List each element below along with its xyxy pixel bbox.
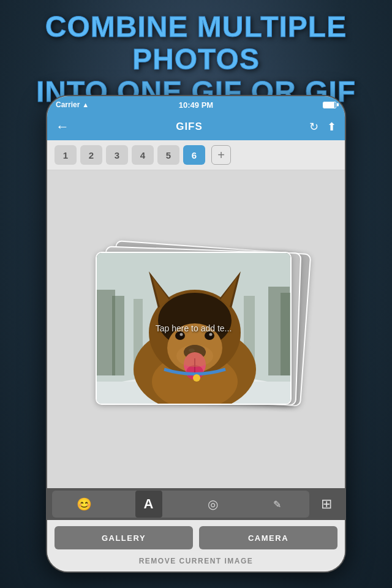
battery-icon — [323, 102, 336, 108]
import-button[interactable]: ⊞ — [313, 491, 340, 518]
draw-icon: ✎ — [273, 499, 281, 510]
svg-rect-4 — [281, 293, 292, 375]
dog-photo-svg — [97, 253, 292, 405]
wifi-icon: ▲ — [82, 101, 89, 108]
text-tool-button[interactable]: A — [135, 491, 162, 518]
svg-point-20 — [180, 333, 183, 336]
nav-bar: ← GIFS ↻ ⬆ — [47, 113, 345, 140]
remove-current-image[interactable]: REMOVE CURRENT IMAGE — [47, 553, 345, 571]
time-label: 10:49 PM — [179, 100, 213, 110]
tab-2[interactable]: 2 — [80, 145, 102, 165]
banner-line1: COMBINE MULTIPLE PHOTOS — [45, 10, 347, 75]
toolbar: 😊 A ◎ ✎ ⊞ — [47, 488, 345, 520]
tab-6[interactable]: 6 — [183, 145, 205, 165]
svg-point-28 — [176, 345, 213, 367]
svg-point-21 — [209, 333, 213, 336]
tab-3[interactable]: 3 — [106, 145, 128, 165]
svg-point-18 — [175, 331, 185, 340]
image-section: Tap here to add te... — [47, 170, 345, 488]
card-front[interactable]: Tap here to add te... — [96, 252, 292, 405]
svg-rect-2 — [112, 296, 124, 375]
share-icon[interactable]: ⬆ — [327, 120, 336, 134]
tab-1[interactable]: 1 — [55, 145, 77, 165]
camera-button[interactable]: CAMERA — [199, 526, 337, 549]
frame-tabs: 1 2 3 4 5 6 + — [47, 140, 345, 170]
svg-point-27 — [193, 374, 200, 382]
import-icon: ⊞ — [321, 496, 332, 512]
crop-icon: ◎ — [208, 497, 218, 511]
crop-tool-button[interactable]: ◎ — [200, 491, 227, 518]
svg-point-19 — [205, 331, 214, 340]
status-bar: Carrier ▲ 10:49 PM — [47, 96, 345, 113]
emoji-icon: 😊 — [77, 497, 92, 511]
back-button[interactable]: ← — [56, 119, 69, 135]
nav-title: GIFS — [176, 121, 203, 133]
bottom-buttons: GALLERY CAMERA — [47, 520, 345, 553]
emoji-tool-button[interactable]: 😊 — [71, 491, 98, 518]
nav-actions: ↻ ⬆ — [309, 120, 336, 134]
text-icon: A — [144, 496, 154, 512]
toolbar-main: 😊 A ◎ ✎ — [52, 491, 309, 518]
gallery-button[interactable]: GALLERY — [55, 526, 193, 549]
add-frame-button[interactable]: + — [211, 145, 231, 165]
card-stack: Tap here to add te... — [92, 247, 300, 412]
tab-5[interactable]: 5 — [157, 145, 179, 165]
tab-4[interactable]: 4 — [132, 145, 154, 165]
phone-frame: Carrier ▲ 10:49 PM ← GIFS ↻ ⬆ 1 2 3 4 — [46, 95, 346, 573]
draw-tool-button[interactable]: ✎ — [264, 491, 291, 518]
carrier-label: Carrier — [56, 100, 80, 109]
refresh-icon[interactable]: ↻ — [309, 120, 318, 134]
